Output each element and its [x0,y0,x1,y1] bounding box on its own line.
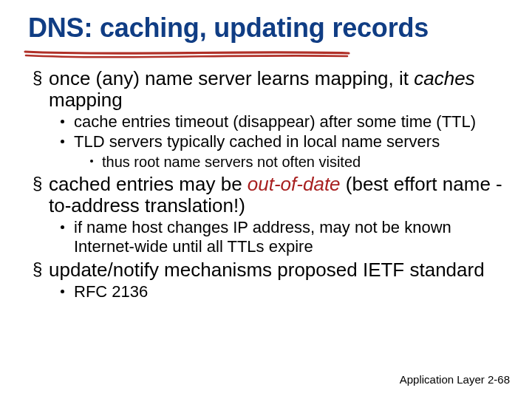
bullet-3-sub-1: RFC 2136 [61,282,504,301]
title-underline [24,46,378,64]
bullet-2-sub-1: if name host changes IP address, may not… [61,218,504,256]
bullet-1-sublist: cache entries timeout (disappear) after … [49,112,504,171]
bullet-2-sublist: if name host changes IP address, may not… [49,218,504,256]
slide: DNS: caching, updating records once (any… [0,0,532,399]
bullet-2-text-red: out-of-date [248,173,341,195]
bullet-3-sublist: RFC 2136 [49,282,504,301]
bullet-1-sub-1: cache entries timeout (disappear) after … [61,112,504,132]
bullet-3-text: update/notify mechanisms proposed IETF s… [49,259,485,281]
bullet-1-sub-2-text: TLD servers typically cached in local na… [74,132,440,151]
bullet-1-text-a: once (any) name server learns mapping, i… [49,67,414,89]
bullet-1: once (any) name server learns mapping, i… [33,68,504,171]
bullet-1-text-b: mapping [49,89,123,111]
footer-page: 2-68 [488,373,510,386]
page-title: DNS: caching, updating records [28,13,504,43]
bullet-3: update/notify mechanisms proposed IETF s… [33,259,504,301]
footer-label: Application Layer [400,373,485,386]
bullet-1-text-em: caches [414,67,474,89]
bullet-1-sub-2-sublist: thus root name servers not often visited [74,153,504,171]
bullet-list: once (any) name server learns mapping, i… [28,68,504,301]
bullet-2: cached entries may be out-of-date (best … [33,174,504,256]
bullet-1-sub-2: TLD servers typically cached in local na… [61,132,504,171]
bullet-2-text-a: cached entries may be [49,173,248,195]
bullet-1-sub-2-sub-1: thus root name servers not often visited [90,153,504,171]
footer: Application Layer 2-68 [400,373,510,386]
